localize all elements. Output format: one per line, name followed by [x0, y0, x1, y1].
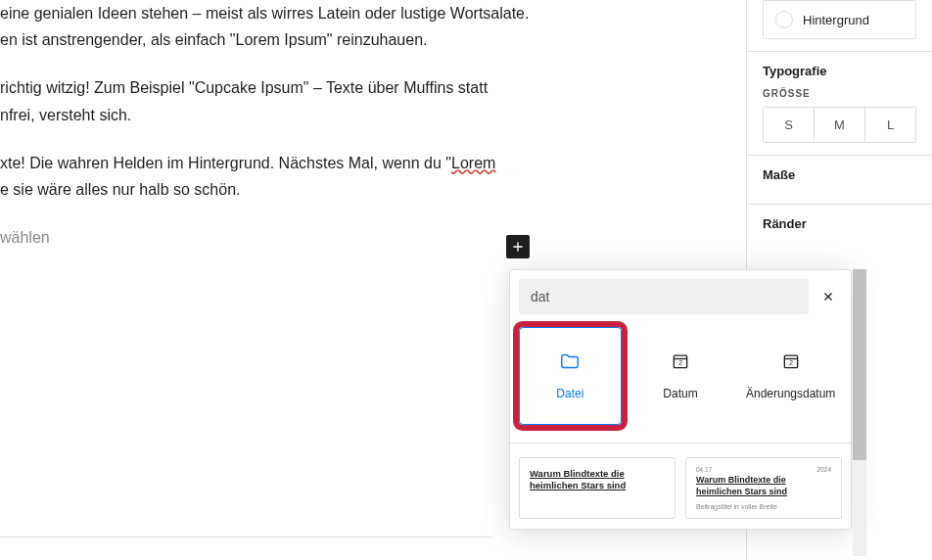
paragraph-line: richtig witzig! Zum Beispiel "Cupcake Ip… — [0, 79, 488, 96]
inserter-scrollbar-track[interactable] — [853, 269, 866, 556]
block-datum[interactable]: 2 Datum — [629, 327, 732, 425]
paragraph-line: e sie wäre alles nur halb so schön. — [0, 181, 240, 198]
inserter-scrollbar-thumb[interactable] — [853, 269, 866, 460]
size-m-button[interactable]: M — [815, 108, 865, 142]
margins-title: Ränder — [763, 216, 916, 231]
svg-text:2: 2 — [789, 359, 793, 366]
background-color-row[interactable]: Hintergrund — [763, 0, 916, 39]
block-search-wrap[interactable] — [519, 279, 809, 314]
pattern-subtitle: Beitragstitel in voller Breite — [696, 503, 831, 510]
block-placeholder[interactable]: wählen — [0, 224, 734, 251]
folder-icon — [558, 350, 582, 373]
block-aenderungsdatum[interactable]: 2 Änderungsdatum — [739, 327, 842, 425]
svg-text:2: 2 — [678, 359, 682, 366]
paragraph-line: xte! Die wahren Helden im Hintergrund. N… — [0, 155, 451, 171]
paragraph-line: nfrei, versteht sich. — [0, 107, 131, 123]
typography-title: Typografie — [763, 64, 916, 78]
size-l-button[interactable]: L — [865, 108, 915, 142]
block-label: Datum — [663, 387, 697, 402]
pattern-title: Warum Blindtexte die heimlichen Stars si… — [696, 475, 831, 497]
divider — [510, 443, 851, 443]
calendar-icon: 2 — [779, 350, 803, 373]
pattern-title: Warum Blindtexte die heimlichen Stars si… — [530, 468, 665, 492]
bottom-divider — [0, 537, 491, 537]
size-selector: S M L — [763, 107, 916, 143]
pattern-meta-right: 2024 — [817, 466, 831, 473]
add-block-button[interactable] — [506, 235, 530, 258]
block-inserter-popover: Datei 2 Datum 2 Änderungsdatum Warum Bli… — [509, 269, 852, 530]
calendar-icon: 2 — [669, 350, 692, 373]
block-label: Datei — [556, 387, 583, 402]
spellcheck-word: Lorem — [451, 155, 495, 171]
size-s-button[interactable]: S — [764, 108, 815, 142]
pattern-card[interactable]: 04.17 2024 Warum Blindtexte die heimlich… — [685, 457, 842, 519]
color-swatch-icon — [775, 11, 793, 28]
dimensions-title: Maße — [763, 167, 916, 182]
size-label: GRÖSSE — [763, 88, 916, 99]
close-icon — [821, 290, 835, 303]
block-search-input[interactable] — [531, 289, 797, 304]
plus-icon — [510, 239, 526, 255]
paragraph-line: eine genialen Ideen stehen – meist als w… — [0, 5, 529, 22]
close-inserter-button[interactable] — [815, 283, 842, 310]
block-label: Änderungsdatum — [746, 387, 835, 402]
pattern-card[interactable]: Warum Blindtexte die heimlichen Stars si… — [519, 457, 676, 519]
block-datei[interactable]: Datei — [519, 327, 622, 425]
background-label: Hintergrund — [803, 13, 869, 27]
pattern-meta-left: 04.17 — [696, 466, 712, 473]
paragraph-line: en ist anstrengender, als einfach "Lorem… — [0, 31, 428, 48]
